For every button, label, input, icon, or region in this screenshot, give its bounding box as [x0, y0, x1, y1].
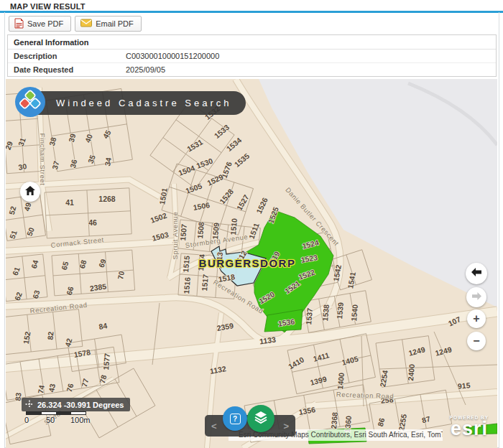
parcel-number-label: 1537 — [304, 307, 314, 325]
date-requested-label: Date Requested — [8, 63, 120, 76]
map-view-result-page: MAP VIEW RESULT Save PDF Email PDF Gener… — [0, 0, 503, 448]
parcel-number-label: 1516 — [182, 276, 192, 294]
parcel-number-label: 1515 — [181, 255, 191, 272]
parcel-number-label: 82 — [46, 331, 55, 340]
arrow-right-icon — [471, 291, 482, 304]
back-button[interactable] — [466, 263, 487, 284]
save-pdf-label: Save PDF — [27, 19, 63, 28]
toolbar: Save PDF Email PDF — [9, 16, 142, 32]
accent-divider — [0, 11, 503, 13]
help-button[interactable]: ? — [223, 406, 247, 431]
parcel-number-label: 30 — [18, 162, 28, 172]
parcel-number-label: 70 — [116, 270, 126, 280]
description-row: Description C00300010000151200000 — [8, 50, 496, 63]
widget-prev-button[interactable]: < — [211, 421, 217, 431]
email-pdf-label: Email PDF — [96, 19, 134, 28]
coordinates-badge: 26.324 -30.991 Degrees — [22, 398, 130, 411]
general-information-title: General Information — [8, 35, 496, 50]
parcel-number-label: 1510 — [229, 218, 239, 235]
help-icon: ? — [230, 414, 241, 424]
parcel-number-label: 43 — [47, 383, 57, 393]
layers-icon — [253, 409, 269, 428]
windeed-logo-icon — [14, 86, 46, 118]
parcel-number-label: 1507 — [178, 223, 188, 241]
parcel-number-label: 2400 — [406, 363, 416, 381]
date-requested-value: 2025/09/05 — [120, 63, 171, 76]
arrow-left-icon — [471, 267, 482, 280]
map-banner-title: Windeed Cadastre Search — [56, 98, 231, 108]
scale-tick-end: 100m — [70, 416, 91, 424]
parcel-number-label: 1268 — [98, 195, 116, 203]
parcel-number-label: 46 — [88, 218, 97, 227]
coordinates-text: 26.324 -30.991 Degrees — [37, 401, 124, 409]
parcel-number-label: 41 — [65, 198, 74, 207]
description-value: C00300010000151200000 — [120, 50, 225, 62]
esri-logo: POWERED BY esri — [440, 415, 497, 437]
parcel-number-label: 1538 — [320, 304, 331, 321]
town-label: BURGERSDORP — [199, 257, 296, 269]
map-banner: Windeed Cadastre Search — [27, 91, 246, 115]
street-name-label: Spruit Avenue — [171, 212, 179, 260]
scale-tick-mid: 50 — [46, 416, 55, 424]
page-title: MAP VIEW RESULT — [10, 2, 86, 11]
parcel-number-label: 1539 — [335, 302, 345, 319]
home-icon — [25, 185, 35, 198]
street-name-label: Fincham Street — [39, 134, 47, 186]
crosshair-icon — [25, 398, 34, 411]
save-pdf-button[interactable]: Save PDF — [9, 16, 71, 32]
scale-tick-start: 0 — [24, 416, 29, 424]
parcel-number-label: 915 — [457, 381, 471, 390]
plus-icon: + — [473, 313, 479, 325]
general-information-panel: General Information Description C0030001… — [7, 34, 497, 77]
map-viewport[interactable]: 1915322931303839404537363534411268465249… — [6, 79, 497, 448]
email-pdf-button[interactable]: Email PDF — [75, 16, 142, 32]
parcel-number-label: 1508 — [195, 221, 206, 238]
parcel-number-label: 1400 — [336, 372, 346, 389]
pdf-icon — [14, 18, 24, 30]
parcel-number-label: 1540 — [349, 304, 359, 321]
date-requested-row: Date Requested 2025/09/05 — [8, 63, 496, 76]
parcel-number-label: 2368 — [329, 411, 339, 429]
parcel-number-label: 1577 — [101, 353, 111, 370]
parcel-number-label: 74 — [36, 384, 46, 394]
esri-wordmark: esri — [440, 420, 497, 437]
basemap-layers-button[interactable] — [247, 405, 274, 432]
scale-bar: 0 50 100m — [26, 411, 86, 424]
parcel-number-label: 34 — [103, 157, 113, 167]
description-label: Description — [8, 50, 120, 62]
minus-icon: − — [473, 335, 479, 347]
forward-button[interactable] — [466, 287, 486, 307]
widget-next-button[interactable]: > — [283, 421, 289, 431]
home-extent-button[interactable] — [20, 182, 40, 202]
zoom-out-button[interactable]: − — [467, 332, 486, 350]
parcel-number-label: 1517 — [200, 274, 210, 291]
envelope-icon — [80, 19, 92, 29]
zoom-in-button[interactable]: + — [467, 309, 486, 328]
parcel-number-label: 84 — [98, 321, 109, 331]
